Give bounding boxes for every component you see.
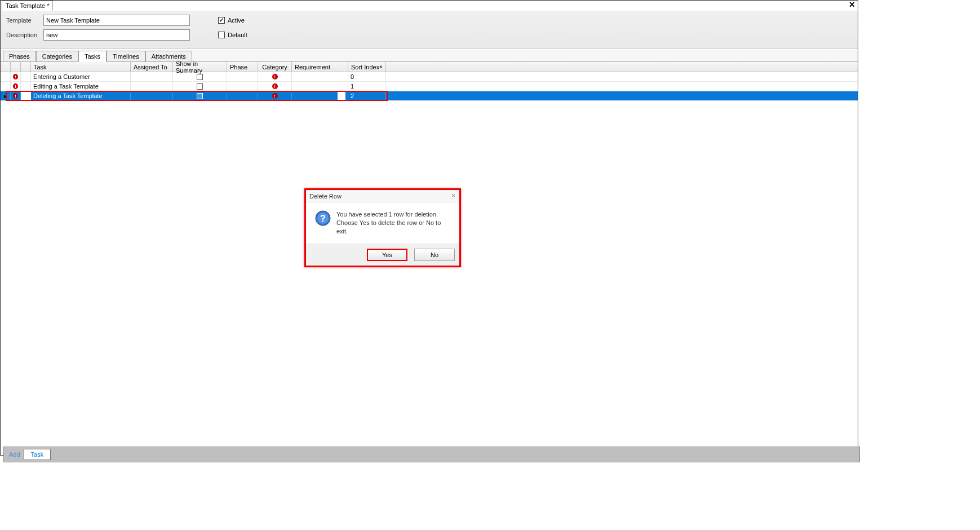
cell-text: 2 <box>351 92 354 99</box>
row-indicator <box>1 72 11 81</box>
tab-categories[interactable]: Categories <box>36 51 78 62</box>
tab-phases[interactable]: Phases <box>3 51 36 62</box>
cell-phase[interactable] <box>227 72 258 81</box>
dialog-title: Delete Row <box>309 193 342 200</box>
header-text: Category <box>262 64 287 70</box>
header-text: Requirement <box>295 64 330 70</box>
cell-requirement[interactable] <box>292 82 348 91</box>
description-label: Description <box>6 32 43 38</box>
svg-text:?: ? <box>320 214 326 223</box>
row-indicator: ▸ <box>1 91 11 100</box>
default-checkbox[interactable] <box>218 32 225 38</box>
row-error-icon: ! <box>11 72 21 81</box>
cell-category[interactable]: ! <box>258 91 292 100</box>
header-text: Assigned To <box>134 64 167 70</box>
cell-assigned[interactable] <box>131 91 173 100</box>
no-button[interactable]: No <box>414 249 455 261</box>
tab-tasks[interactable]: Tasks <box>78 51 107 62</box>
error-icon: ! <box>13 83 18 89</box>
cell-phase[interactable] <box>227 91 258 100</box>
window-tab-task-template[interactable]: Task Template * <box>2 1 53 11</box>
grid-header-requirement[interactable]: Requirement <box>292 62 348 72</box>
cell-show[interactable] <box>173 91 227 100</box>
grid-header-err <box>11 62 21 72</box>
add-link[interactable]: Add <box>9 451 20 458</box>
tab-label: Phases <box>9 53 30 60</box>
status-bar: Add Task <box>3 447 860 462</box>
grid-header-row: Task Assigned To Show in Summary Phase C… <box>1 62 858 72</box>
grid-header-task[interactable]: Task <box>31 62 131 72</box>
header-text: Sort Index <box>351 64 379 70</box>
question-icon: ? <box>315 210 331 226</box>
cell-show[interactable] <box>173 72 227 81</box>
grid-header-show[interactable]: Show in Summary <box>173 62 227 72</box>
cell-assigned[interactable] <box>131 82 173 91</box>
error-icon: ! <box>13 74 18 80</box>
window-tabbar: Task Template * ✕ <box>1 1 858 11</box>
cell-category[interactable]: ! <box>258 82 292 91</box>
window-tab-label: Task Template * <box>6 2 49 9</box>
template-input[interactable] <box>43 15 190 26</box>
error-icon: ! <box>272 74 278 80</box>
inner-tabstrip: Phases Categories Tasks Timelines Attach… <box>1 50 858 62</box>
active-checkbox[interactable] <box>218 17 225 24</box>
tab-label: Timelines <box>113 53 139 60</box>
header-text: Task <box>34 64 47 70</box>
default-label: Default <box>228 32 247 38</box>
cell-requirement[interactable] <box>292 72 348 81</box>
cell-assigned[interactable] <box>131 72 173 81</box>
cell-requirement[interactable] <box>292 91 348 100</box>
row-marker <box>21 72 31 81</box>
cell-task[interactable]: Entering a Customer <box>31 72 131 81</box>
table-row-selected[interactable]: ▸ ! Deleting a Task Template ! 2 <box>1 91 858 101</box>
yes-button[interactable]: Yes <box>367 249 407 261</box>
close-icon[interactable]: ✕ <box>849 1 855 8</box>
tab-label: Tasks <box>85 53 100 60</box>
tab-timelines[interactable]: Timelines <box>107 51 145 62</box>
editable-cell-icon <box>338 92 345 100</box>
cell-task[interactable]: Deleting a Task Template <box>31 91 131 100</box>
cell-text: Editing a Task Template <box>33 83 99 90</box>
cell-text: 1 <box>351 83 354 90</box>
table-row[interactable]: ! Editing a Task Template ! 1 <box>1 82 858 91</box>
dialog-line1: You have selected 1 row for deletion. <box>336 210 451 219</box>
dialog-close-icon[interactable]: ✕ <box>449 192 457 200</box>
cell-phase[interactable] <box>227 82 258 91</box>
table-row[interactable]: ! Entering a Customer ! 0 <box>1 72 858 82</box>
dialog-message: You have selected 1 row for deletion. Ch… <box>336 210 451 236</box>
row-error-icon: ! <box>11 82 21 91</box>
grid-header-phase[interactable]: Phase <box>227 62 258 72</box>
header-text: Show in Summary <box>176 60 224 74</box>
row-marker <box>21 82 31 91</box>
cell-show[interactable] <box>173 82 227 91</box>
row-indicator <box>1 82 11 91</box>
dialog-titlebar[interactable]: Delete Row ✕ <box>306 190 459 202</box>
dialog-line2: Choose Yes to delete the row or No to ex… <box>336 219 451 236</box>
cell-text: 0 <box>351 73 354 80</box>
cell-task[interactable]: Editing a Task Template <box>31 82 131 91</box>
description-input[interactable] <box>43 29 190 41</box>
checkbox-icon[interactable] <box>197 74 203 80</box>
grid-header-indicator <box>1 62 11 72</box>
tab-label: Categories <box>42 53 72 60</box>
cell-text: Deleting a Task Template <box>33 92 103 99</box>
sort-asc-icon: ▲ <box>379 64 383 69</box>
checkbox-icon[interactable] <box>197 93 203 99</box>
cell-category[interactable]: ! <box>258 72 292 81</box>
cell-sortindex[interactable]: 2 <box>348 91 386 100</box>
task-button[interactable]: Task <box>24 449 51 460</box>
checkbox-icon[interactable] <box>197 83 203 90</box>
grid-header-sortindex[interactable]: Sort Index ▲ <box>348 62 386 72</box>
cell-sortindex[interactable]: 0 <box>348 72 386 81</box>
grid-header-assigned[interactable]: Assigned To <box>131 62 173 72</box>
grid-header-err2 <box>21 62 31 72</box>
error-icon: ! <box>272 93 278 99</box>
cell-sortindex[interactable]: 1 <box>348 82 386 91</box>
header-text: Phase <box>230 64 247 70</box>
grid-header-category[interactable]: Category <box>258 62 292 72</box>
delete-row-dialog: Delete Row ✕ ? You have selected 1 row f… <box>304 188 461 267</box>
row-marker <box>21 91 31 100</box>
button-label: Task <box>31 451 44 458</box>
cell-text: Entering a Customer <box>33 73 90 80</box>
active-label: Active <box>228 17 245 24</box>
